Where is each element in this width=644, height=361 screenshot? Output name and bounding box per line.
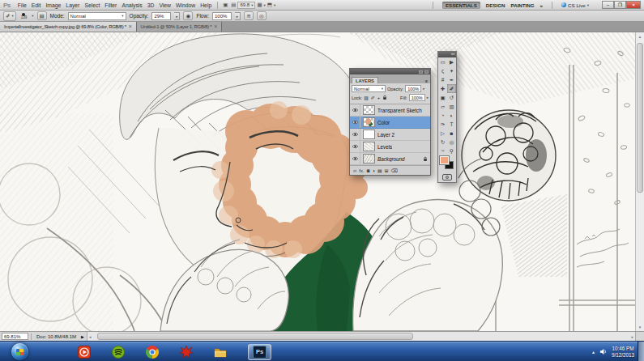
menu-3d[interactable]: 3D xyxy=(145,2,157,8)
start-button[interactable] xyxy=(11,343,28,360)
visibility-toggle[interactable] xyxy=(350,104,360,116)
move-tool[interactable]: ▶ xyxy=(447,57,456,66)
layer-style-icon[interactable]: fx. xyxy=(359,168,364,173)
lock-transparency-icon[interactable]: ▨ xyxy=(364,95,369,100)
restore-button[interactable]: ❐ xyxy=(614,1,626,9)
arrange-documents-icon[interactable]: ▦ xyxy=(255,2,263,8)
lock-all-icon[interactable] xyxy=(382,95,387,100)
clone-stamp-tool[interactable]: ▣ xyxy=(438,93,447,102)
quick-mask-button[interactable] xyxy=(442,174,452,180)
layer-row-color[interactable]: Color xyxy=(350,117,430,129)
airbrush-button[interactable]: ≋ xyxy=(244,11,254,20)
add-layer-mask-icon[interactable]: ◙ xyxy=(367,168,370,173)
status-zoom-input[interactable]: 69.81% xyxy=(2,333,28,340)
workspace-essentials[interactable]: ESSENTIALS xyxy=(442,2,480,9)
new-adjustment-layer-icon[interactable]: ◑ xyxy=(372,168,375,173)
horizontal-scrollbar[interactable]: ◂ ▸ xyxy=(87,332,635,341)
flow-input[interactable]: 100% xyxy=(212,12,232,20)
3d-rotate-tool[interactable]: ↻ xyxy=(438,138,447,147)
pen-tool[interactable]: ✑ xyxy=(438,120,447,129)
chrome-taskbar-button[interactable] xyxy=(146,346,159,359)
blend-mode-select[interactable]: Normal ▾ xyxy=(68,12,126,20)
layers-panel-drag-bar[interactable] xyxy=(350,69,430,74)
new-group-icon[interactable]: ▤ xyxy=(377,168,382,173)
visibility-toggle[interactable] xyxy=(350,153,360,164)
history-brush-tool[interactable]: ↺ xyxy=(447,93,456,102)
hand-tool[interactable]: ☞ xyxy=(438,147,447,155)
layer-row-transparent-sketch[interactable]: Transparent Sketch xyxy=(350,104,430,117)
opacity-input[interactable]: 29% xyxy=(151,12,171,20)
layer-name[interactable]: Transparent Sketch xyxy=(377,108,422,113)
new-layer-icon[interactable]: ⊞ xyxy=(385,168,389,173)
spot-healing-brush-tool[interactable]: ✚ xyxy=(438,84,447,93)
view-extras-icon[interactable]: ▤ xyxy=(229,2,237,8)
tablet-pressure-opacity-button[interactable]: ◉ xyxy=(183,11,193,20)
menu-filter[interactable]: Filter xyxy=(102,2,119,8)
workspace-overflow-button[interactable]: » xyxy=(540,2,543,8)
close-panel-icon[interactable] xyxy=(424,70,429,74)
scroll-up-icon[interactable]: ▴ xyxy=(636,32,644,40)
layer-name[interactable]: Levels xyxy=(377,144,392,150)
scroll-down-icon[interactable]: ▾ xyxy=(636,323,644,331)
foreground-color-swatch[interactable] xyxy=(440,156,449,164)
visibility-toggle[interactable] xyxy=(350,141,360,152)
shape-tool[interactable]: ■ xyxy=(447,129,456,138)
menu-layer[interactable]: Layer xyxy=(63,2,82,8)
brush-tool[interactable]: ✐ xyxy=(447,84,456,93)
dodge-tool[interactable]: ◐ xyxy=(447,111,456,120)
rectangular-marquee-tool[interactable]: ▭ xyxy=(438,57,447,66)
vertical-scrollbar-thumb[interactable] xyxy=(637,43,643,193)
brush-preset-picker[interactable]: 139 xyxy=(19,12,29,20)
spotify-taskbar-button[interactable] xyxy=(112,346,125,359)
eraser-tool[interactable]: ▱ xyxy=(438,102,447,111)
workspace-design[interactable]: DESIGN xyxy=(486,2,505,8)
menu-analysis[interactable]: Analysis xyxy=(119,2,144,8)
quick-selection-tool[interactable]: ✦ xyxy=(447,66,456,75)
layer-row-background[interactable]: Background xyxy=(350,153,430,165)
show-hidden-icons[interactable]: ▴ xyxy=(592,349,595,355)
layer-thumbnail[interactable] xyxy=(363,105,375,115)
zoom-level-field[interactable]: 69.8 ▾ xyxy=(237,2,255,9)
3d-camera-tool[interactable]: ◎ xyxy=(447,138,456,147)
status-popup-icon[interactable]: ▶ xyxy=(81,334,84,339)
zoom-tool[interactable]: ⚲ xyxy=(447,147,456,155)
visibility-toggle[interactable] xyxy=(350,129,360,140)
show-desktop-button[interactable] xyxy=(638,342,644,361)
tools-panel-drag-bar[interactable]: ◂◂ xyxy=(438,52,456,57)
vertical-scrollbar[interactable]: ▴ ▾ xyxy=(635,32,644,331)
lasso-tool[interactable]: ς xyxy=(438,66,447,75)
minimize-button[interactable]: – xyxy=(602,1,614,9)
eyedropper-tool[interactable]: ✒ xyxy=(447,75,456,84)
layer-fill-input[interactable]: 100% xyxy=(409,94,425,101)
file-explorer-taskbar-button[interactable] xyxy=(214,346,227,358)
menu-edit[interactable]: Edit xyxy=(29,2,44,8)
media-player-taskbar-button[interactable] xyxy=(78,346,91,359)
taskbar-clock[interactable]: 10:46 PM 9/12/2013 xyxy=(612,346,634,358)
opacity-spinner[interactable]: ▸ xyxy=(174,12,180,20)
menu-file[interactable]: File xyxy=(15,2,29,8)
menu-window[interactable]: Window xyxy=(173,2,198,8)
menu-help[interactable]: Help xyxy=(198,2,214,8)
layer-name[interactable]: Color xyxy=(377,120,390,125)
layer-thumbnail[interactable] xyxy=(363,130,375,139)
document-canvas[interactable]: ▴ ▾ xyxy=(0,32,644,331)
layer-row-levels[interactable]: Levels xyxy=(350,141,430,153)
layer-blend-mode-select[interactable]: Normal ▾ xyxy=(352,85,386,92)
menu-view[interactable]: View xyxy=(156,2,173,8)
type-tool[interactable]: T xyxy=(447,120,456,129)
scroll-right-icon[interactable]: ▸ xyxy=(629,332,635,341)
screen-mode-icon[interactable]: ⬒ xyxy=(266,2,274,8)
crop-tool[interactable]: # xyxy=(438,75,447,84)
collapse-panel-icon[interactable] xyxy=(419,70,423,74)
photoshop-taskbar-button[interactable]: Ps xyxy=(248,344,271,360)
layer-thumbnail[interactable] xyxy=(363,117,375,127)
workspace-painting[interactable]: PAINTING xyxy=(511,2,535,8)
layer-name[interactable]: Layer 2 xyxy=(377,132,395,138)
layer-thumbnail[interactable] xyxy=(363,142,375,151)
layer-row-layer2[interactable]: Layer 2 xyxy=(350,129,430,141)
layer-opacity-input[interactable]: 100% xyxy=(405,85,421,92)
close-icon[interactable]: × xyxy=(214,24,217,29)
starburst-app-taskbar-button[interactable] xyxy=(180,346,193,359)
gradient-tool[interactable]: ▥ xyxy=(447,102,456,111)
tablet-pressure-size-button[interactable]: ◎ xyxy=(257,11,267,20)
